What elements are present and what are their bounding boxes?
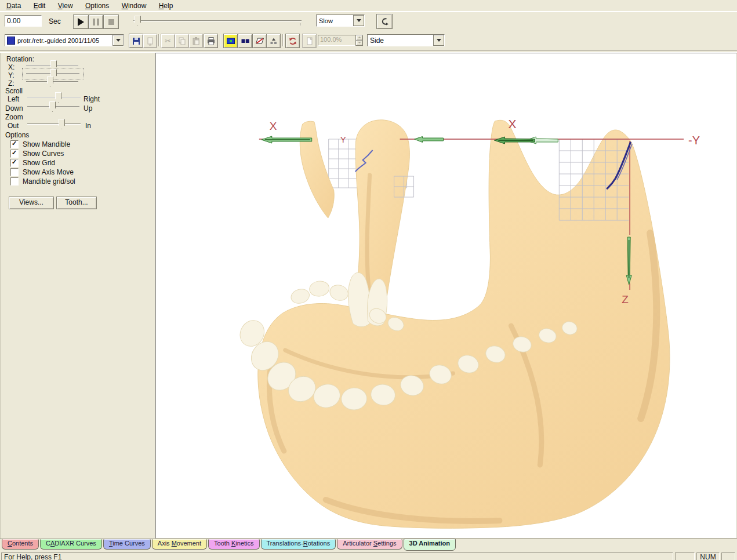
pause-button[interactable] — [89, 14, 103, 29]
cut-icon: ✂ — [165, 37, 171, 45]
tab-time-curves[interactable]: Time Curves — [103, 539, 151, 550]
status-pane-empty — [675, 552, 695, 560]
rotation-z-slider[interactable] — [26, 77, 78, 87]
tab-cadiax-curves[interactable]: CADIAXR Curves — [40, 539, 102, 550]
rotation-y-label: Y: — [8, 71, 14, 79]
loop-icon — [380, 17, 389, 26]
dataset-color-icon — [7, 37, 15, 45]
tooth-button[interactable]: Tooth... — [56, 197, 97, 209]
export-icon — [146, 37, 155, 46]
view-select-dropdown[interactable] — [433, 35, 444, 46]
pause-icon — [93, 19, 99, 26]
stop-button[interactable] — [103, 14, 119, 29]
rotate-view-icon — [288, 37, 297, 46]
menu-edit[interactable]: Edit — [28, 0, 51, 11]
application-window: Data Edit View Options Window Help Sec S… — [0, 0, 737, 560]
tab-translations-rotations[interactable]: Translations-Rotations — [261, 539, 336, 550]
timeline-slider-thumb[interactable] — [135, 16, 141, 26]
screen-view-button[interactable] — [223, 34, 238, 48]
checkbox-label: Mandible grid/sol — [23, 177, 75, 186]
print-button[interactable] — [204, 34, 218, 48]
checkbox-icon[interactable] — [10, 168, 19, 176]
cut-button[interactable]: ✂ — [161, 34, 175, 48]
menu-bar: Data Edit View Options Window Help — [0, 0, 737, 12]
scroll-vertical-slider[interactable] — [27, 101, 79, 112]
speed-select[interactable]: Slow — [316, 14, 365, 27]
menu-data[interactable]: Data — [1, 0, 26, 11]
status-pane-tail — [721, 552, 735, 560]
views-button[interactable]: Views... — [9, 197, 54, 209]
menu-window[interactable]: Window — [117, 0, 152, 11]
rotation-x-label: X: — [8, 63, 14, 71]
mandible-model — [258, 120, 670, 529]
checkbox-label: Show Curves — [23, 150, 64, 158]
menu-help[interactable]: Help — [154, 0, 179, 11]
zoom-spinner[interactable] — [355, 35, 363, 45]
workspace-tabs: ContentsCADIAXR CurvesTime CurvesAxis Mo… — [0, 539, 737, 551]
save-button[interactable] — [129, 34, 143, 48]
clip-plane-button[interactable] — [252, 34, 267, 48]
loop-button[interactable] — [376, 14, 393, 29]
checkbox-icon[interactable] — [10, 159, 19, 167]
paste-button[interactable] — [188, 34, 203, 48]
axis-marker-mid — [415, 137, 444, 143]
dataset-select-dropdown[interactable] — [112, 35, 124, 46]
axis-label-x-right: X — [508, 117, 516, 130]
status-num-indicator: NUM — [696, 552, 720, 560]
status-bar: For Help, press F1 NUM — [0, 551, 737, 560]
rotate-view-button[interactable] — [285, 34, 300, 48]
axis-label-z: Z — [622, 293, 629, 306]
zoom-slider[interactable] — [27, 119, 81, 129]
checkbox-show-grid[interactable]: Show Grid — [10, 159, 55, 167]
playback-toolbar: Sec Slow — [0, 12, 737, 32]
copy-icon — [177, 37, 187, 46]
checkbox-show-axis-move[interactable]: Show Axis Move — [10, 168, 74, 176]
fit-page-icon — [305, 37, 314, 46]
checkbox-icon[interactable] — [10, 140, 19, 148]
tab-tooth-kinetics[interactable]: Tooth Kinetics — [208, 539, 260, 550]
tab-contents[interactable]: Contents — [2, 539, 39, 550]
checkbox-show-mandible[interactable]: Show Mandible — [10, 140, 70, 148]
view-select-value: Side — [368, 37, 433, 45]
dataset-select-value: protr./retr.-guided 2001/11/05 — [15, 37, 112, 44]
mandible-left-coronoid-thin — [300, 121, 334, 218]
tab-articulator-settings[interactable]: Articulator Settings — [337, 539, 402, 550]
copy-button[interactable] — [175, 34, 189, 48]
rotation-z-label: Z: — [8, 79, 14, 88]
play-button[interactable] — [73, 14, 89, 29]
object-view-icon — [269, 37, 278, 46]
timeline-slider[interactable] — [133, 16, 302, 26]
export-button[interactable] — [143, 34, 157, 48]
object-view-button[interactable] — [266, 34, 281, 48]
spinner-down-icon[interactable] — [355, 40, 363, 46]
speed-select-dropdown[interactable] — [353, 15, 364, 26]
chevron-down-icon — [116, 39, 121, 42]
viewport-3d[interactable]: X Y X -Y Z — [155, 53, 737, 539]
tab-axis-movement[interactable]: Axis Movement — [152, 539, 207, 550]
screen-view-icon — [226, 37, 235, 46]
dataset-select[interactable]: protr./retr.-guided 2001/11/05 — [5, 34, 124, 46]
time-input[interactable] — [5, 15, 42, 27]
checkbox-icon[interactable] — [10, 150, 19, 158]
menu-options[interactable]: Options — [80, 0, 114, 11]
scroll-right-label: Right — [83, 95, 100, 103]
checkbox-icon[interactable] — [10, 177, 19, 186]
checkbox-mandible-grid-sol[interactable]: Mandible grid/sol — [10, 177, 75, 186]
zoom-title: Zoom — [5, 113, 23, 121]
split-view-button[interactable] — [238, 34, 252, 48]
save-icon — [132, 37, 141, 46]
checkbox-show-curves[interactable]: Show Curves — [10, 150, 64, 158]
zoom-in-label: In — [85, 122, 91, 130]
tab-3d-animation[interactable]: 3D Animation — [404, 539, 456, 551]
fit-page-button[interactable] — [302, 34, 317, 48]
print-icon — [206, 37, 216, 46]
chevron-down-icon — [437, 39, 441, 42]
scroll-down-label: Down — [5, 104, 24, 112]
speed-select-value: Slow — [317, 17, 353, 24]
checkbox-label: Show Mandible — [23, 140, 70, 148]
menu-view[interactable]: View — [53, 0, 78, 11]
checkbox-label: Show Axis Move — [23, 168, 74, 176]
paste-icon — [191, 37, 201, 46]
axis-label-neg-y: -Y — [688, 134, 700, 147]
view-select[interactable]: Side — [367, 34, 445, 46]
